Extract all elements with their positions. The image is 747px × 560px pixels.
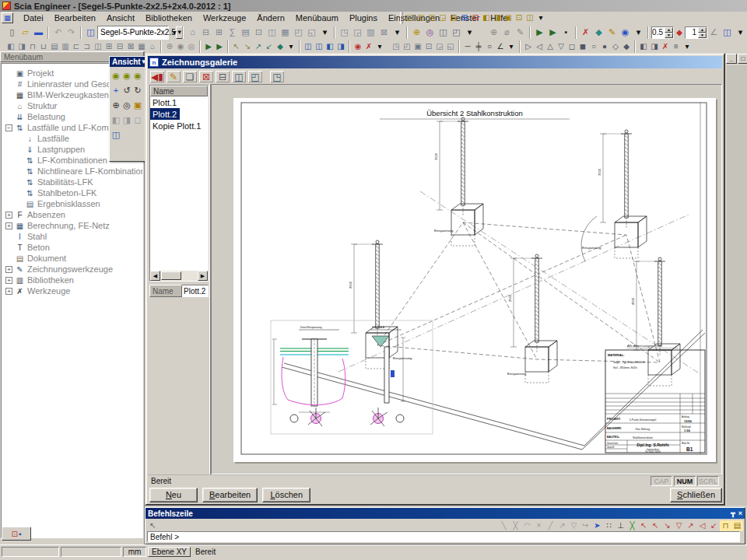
clip-box-icon[interactable]: ◧ bbox=[110, 113, 121, 128]
play-icon[interactable]: ▶ bbox=[546, 26, 559, 39]
walk-icon[interactable]: ▶ bbox=[203, 41, 214, 51]
snap-cross-icon[interactable]: ╳ bbox=[510, 520, 521, 531]
dropdown-arrow-icon[interactable]: ▾ bbox=[506, 41, 517, 51]
snap-tan-icon[interactable]: ↗ bbox=[685, 520, 696, 531]
toolbar-icon[interactable]: ⊐ bbox=[82, 41, 93, 51]
befehlszeile-title-bar[interactable]: Befehlszeile ┳ × bbox=[146, 508, 745, 519]
toolbar-icon[interactable]: ⌂ bbox=[186, 26, 199, 39]
tree-item[interactable]: ⇅ Nichtlineare LF-Kombinationen bbox=[2, 166, 142, 177]
menu-item[interactable]: Plugins bbox=[344, 12, 383, 23]
undo-icon[interactable]: ↶ bbox=[51, 26, 65, 39]
circle-icon[interactable]: ○ bbox=[484, 41, 495, 51]
dropdown-arrow-icon[interactable]: ▾ bbox=[734, 26, 747, 39]
view-window-icon[interactable]: ◨ bbox=[335, 41, 346, 51]
view-lock-icon[interactable]: ◉ bbox=[110, 68, 121, 83]
menu-item[interactable]: Bearbeiten bbox=[49, 12, 101, 23]
menu-item[interactable]: Bibliotheken bbox=[140, 12, 198, 23]
tree-item[interactable]: ▤ Ergebnisklassen bbox=[2, 198, 142, 209]
view-settings-icon[interactable]: ◫ bbox=[110, 128, 121, 142]
zoom-icon[interactable]: ⊕ bbox=[487, 26, 500, 39]
toolbar-icon[interactable]: ▥ bbox=[364, 26, 377, 39]
layout-window-icon[interactable]: ⊞ bbox=[459, 13, 470, 23]
dropdown-arrow-icon[interactable]: ▾ bbox=[169, 27, 180, 37]
snap-near-icon[interactable]: ◁ bbox=[696, 520, 708, 531]
play-icon[interactable]: ▶ bbox=[533, 26, 546, 39]
view-lock-icon[interactable]: ◉ bbox=[121, 68, 132, 83]
export-icon[interactable]: ◫ bbox=[231, 70, 247, 83]
tree-item[interactable]: + ▥ Bibliotheken bbox=[2, 275, 142, 285]
tree-expander[interactable]: + bbox=[5, 222, 12, 229]
project-combobox[interactable]: Segel-5-Punkte-2x2.5 ▼ bbox=[97, 26, 169, 40]
toolbar-icon[interactable]: ⊠ bbox=[377, 26, 391, 39]
toolbar-icon[interactable]: ◫ bbox=[93, 41, 103, 51]
plot-list-item[interactable]: Plott.2 bbox=[150, 108, 180, 120]
neu-button[interactable]: Neu bbox=[149, 488, 198, 502]
window-icon[interactable]: ◰ bbox=[450, 26, 463, 39]
redo-icon[interactable]: ↷ bbox=[65, 26, 78, 39]
toolbar-icon[interactable]: ▤ bbox=[239, 26, 252, 39]
snap-end-icon[interactable]: ↘ bbox=[661, 520, 673, 531]
copy-plot-icon[interactable]: ❏ bbox=[182, 70, 198, 83]
toolbar-icon[interactable]: ⊔ bbox=[38, 41, 49, 51]
scale-icon[interactable]: ◫ bbox=[721, 26, 734, 39]
cut-icon[interactable]: ✗ bbox=[363, 41, 374, 51]
move-icon[interactable]: ↘ bbox=[242, 41, 253, 51]
snap-set-icon[interactable]: ⊓ bbox=[720, 520, 731, 531]
toolbar-icon[interactable]: ▦ bbox=[136, 41, 147, 51]
layout-window-icon[interactable]: ◱ bbox=[405, 13, 416, 23]
zoom-in-icon[interactable]: ⊕ bbox=[164, 41, 175, 51]
toolbar-icon[interactable]: ◆ bbox=[621, 41, 632, 51]
dropdown-arrow-icon[interactable]: ▾ bbox=[318, 26, 331, 39]
dialog-title-bar[interactable]: n Zeichnungsgalerie bbox=[148, 56, 722, 68]
new-document-icon[interactable]: ▯ bbox=[5, 26, 19, 39]
snap-node-icon[interactable]: ↖ bbox=[638, 520, 650, 531]
window-icon[interactable]: ◫ bbox=[437, 26, 450, 39]
zoom-in-icon[interactable]: ⊕ bbox=[110, 98, 121, 113]
view-window-icon[interactable]: ◫ bbox=[303, 41, 314, 51]
layout-window-icon[interactable]: ◧ bbox=[481, 13, 492, 23]
bearbeiten-button[interactable]: Bearbeiten bbox=[202, 488, 258, 502]
tree-item[interactable]: ▤ Dokument bbox=[2, 253, 142, 264]
toolbar-icon[interactable]: △ bbox=[545, 41, 556, 51]
preview-icon[interactable]: ◰ bbox=[247, 70, 263, 83]
menu-item[interactable]: Datei bbox=[18, 12, 49, 23]
scroll-right-icon[interactable]: ▶ bbox=[198, 271, 208, 281]
layout-window-icon[interactable]: ◨ bbox=[492, 13, 503, 23]
snap-set2-icon[interactable]: ▤ bbox=[731, 520, 743, 531]
toolbar-icon[interactable]: ◨ bbox=[16, 41, 27, 51]
angle-icon[interactable]: ∠ bbox=[707, 26, 721, 39]
layout-window-icon[interactable]: ▣ bbox=[503, 13, 514, 23]
dropdown-arrow-icon[interactable]: ▾ bbox=[374, 41, 385, 51]
plane-cell[interactable]: Ebene XY bbox=[148, 547, 191, 557]
layout-window-icon[interactable]: ◰ bbox=[416, 13, 426, 23]
project-manager-icon[interactable]: ◫ bbox=[84, 26, 97, 39]
mirror-icon[interactable]: ↙ bbox=[264, 41, 275, 51]
exit-gallery-icon[interactable]: ◀▮ bbox=[149, 70, 165, 83]
hatch-icon[interactable]: ╪ bbox=[473, 41, 484, 51]
walk-icon[interactable]: ▶ bbox=[214, 41, 225, 51]
toolbar-icon[interactable]: ◼ bbox=[577, 41, 588, 51]
close-icon[interactable]: × bbox=[738, 509, 742, 517]
rotate-left-icon[interactable]: ↺ bbox=[121, 83, 132, 98]
edit-plot-icon[interactable]: ✎ bbox=[166, 70, 181, 83]
toolbar-icon[interactable]: ◨ bbox=[649, 41, 660, 51]
toolbar-icon[interactable]: ▣ bbox=[412, 41, 423, 51]
toolbar-icon[interactable]: ◰ bbox=[292, 26, 305, 39]
apply-scale-icon[interactable]: ◆ bbox=[674, 27, 685, 37]
toolbar-icon[interactable]: ⌂ bbox=[147, 41, 158, 51]
property-value[interactable]: Plott.2 bbox=[182, 285, 209, 297]
delete-plot-icon[interactable]: ⊠ bbox=[198, 70, 214, 83]
schliessen-button[interactable]: Schließen bbox=[670, 488, 722, 502]
toolbar-icon[interactable]: ◧ bbox=[638, 41, 649, 51]
toolbar-grip[interactable] bbox=[400, 12, 403, 24]
ansicht-palette-title[interactable]: Ansicht ▼ bbox=[110, 57, 145, 67]
toolbar-icon[interactable]: ⊏ bbox=[71, 41, 82, 51]
clip-plane-icon[interactable]: ◨ bbox=[121, 113, 132, 128]
tree-item[interactable]: ⇅ Stahlbeton-LFK bbox=[2, 187, 142, 198]
tree-item[interactable]: + F Absenzen bbox=[2, 209, 142, 220]
toolbar-icon[interactable]: ◲ bbox=[434, 41, 445, 51]
menu-item[interactable]: Werkzeuge bbox=[198, 12, 251, 23]
tree-item[interactable]: T Beton bbox=[2, 242, 142, 253]
toolbar-icon[interactable]: ⊟ bbox=[199, 26, 212, 39]
tree-expander[interactable]: + bbox=[5, 266, 12, 273]
